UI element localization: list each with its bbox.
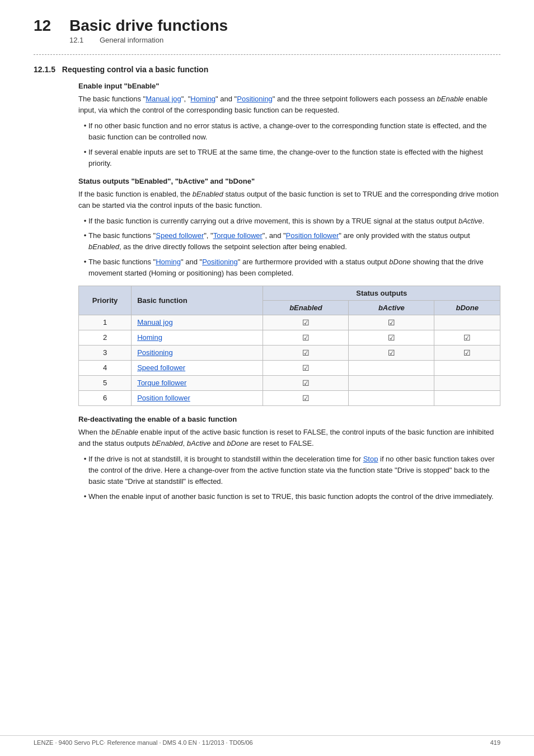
page: 12 Basic drive functions 12.1 General in…: [0, 0, 534, 756]
link-manual-jog[interactable]: Manual jog: [146, 95, 181, 103]
italic-bactive2: bActive: [187, 439, 211, 447]
table-row: 4Speed follower☑: [79, 360, 500, 375]
cell-bactive: ☑: [349, 315, 434, 330]
cell-priority: 6: [79, 390, 132, 405]
col-header-priority: Priority: [79, 286, 132, 315]
subsection3-list: If the drive is not at standstill, it is…: [78, 454, 500, 502]
footer-right: 419: [490, 739, 500, 746]
subsection1-bullet2: If several enable inputs are set to TRUE…: [88, 147, 500, 169]
checkmark-bactive: ☑: [388, 318, 395, 327]
cell-benabled: ☑: [263, 390, 349, 405]
table-row: 6Position follower☑: [79, 390, 500, 405]
col-header-benabled: bEnabled: [263, 300, 349, 315]
cell-benabled: ☑: [263, 315, 349, 330]
italic-benabled3: bEnabled: [152, 439, 183, 447]
cell-priority: 5: [79, 375, 132, 390]
sub-chapter-number: 12.1: [69, 36, 86, 44]
checkmark-bdone: ☑: [463, 348, 471, 357]
subsection2-bullet1: If the basic function is currently carry…: [88, 216, 500, 227]
cell-bdone: [434, 390, 500, 405]
cell-benabled: ☑: [263, 360, 349, 375]
link-positioning-2[interactable]: Positioning: [202, 258, 238, 266]
cell-function: Manual jog: [132, 315, 263, 330]
cell-bactive: [349, 375, 434, 390]
link-homing-2[interactable]: Homing: [156, 258, 181, 266]
cell-bdone: [434, 375, 500, 390]
footer-left: LENZE · 9400 Servo PLC· Reference manual…: [34, 739, 253, 746]
section-number: 12.1.5: [34, 65, 55, 74]
italic-bdone: bDone: [389, 258, 410, 266]
table-row: 1Manual jog☑☑: [79, 315, 500, 330]
link-homing-1[interactable]: Homing: [190, 95, 216, 103]
cell-bdone: ☑: [434, 345, 500, 360]
chapter-number: 12: [34, 17, 56, 35]
link-positioning-1[interactable]: Positioning: [237, 95, 273, 103]
cell-bactive: [349, 360, 434, 375]
subsection3-paragraph: When the bEnable enable input of the act…: [78, 427, 500, 449]
link-function-position-follower[interactable]: Position follower: [137, 394, 190, 402]
main-content: Enable input "bEnable" The basic functio…: [78, 82, 500, 502]
cell-bdone: ☑: [434, 330, 500, 345]
table-header-row1: Priority Basic function Status outputs: [79, 286, 500, 300]
italic-bdone2: bDone: [227, 439, 248, 447]
link-function-manual-jog[interactable]: Manual jog: [137, 318, 173, 326]
cell-priority: 3: [79, 345, 132, 360]
checkmark-benabled: ☑: [302, 394, 310, 403]
col-header-status: Status outputs: [263, 286, 500, 300]
section-heading: 12.1.5 Requesting control via a basic fu…: [34, 65, 208, 74]
cell-bactive: [349, 390, 434, 405]
subsection1-bullet1: If no other basic function and no error …: [88, 120, 500, 143]
header-section: 12 Basic drive functions 12.1 General in…: [34, 17, 500, 44]
italic-benable2: bEnable: [111, 428, 138, 436]
cell-function: Positioning: [132, 345, 263, 360]
cell-function: Torque follower: [132, 375, 263, 390]
subsection2-bullet2: The basic functions "Speed follower", "T…: [88, 230, 500, 253]
cell-function: Speed follower: [132, 360, 263, 375]
table-row: 3Positioning☑☑☑: [79, 345, 500, 360]
link-speed-follower-text[interactable]: Speed follower: [156, 231, 204, 240]
section-title: Requesting control via a basic function: [62, 65, 208, 74]
link-function-homing[interactable]: Homing: [137, 333, 162, 342]
chapter-title: 12 Basic drive functions: [34, 17, 500, 35]
subsection2-bullet3: The basic functions "Homing" and "Positi…: [88, 256, 500, 279]
subsection1-list: If no other basic function and no error …: [78, 120, 500, 169]
chapter-name: Basic drive functions: [69, 17, 228, 35]
link-position-follower-text[interactable]: Position follower: [286, 231, 339, 240]
italic-benable: bEnable: [437, 95, 464, 103]
cell-priority: 1: [79, 315, 132, 330]
table-row: 2Homing☑☑☑: [79, 330, 500, 345]
table-row: 5Torque follower☑: [79, 375, 500, 390]
table-body: 1Manual jog☑☑2Homing☑☑☑3Positioning☑☑☑4S…: [79, 315, 500, 405]
link-stop[interactable]: Stop: [363, 455, 378, 463]
status-table: Priority Basic function Status outputs b…: [78, 286, 500, 406]
subsection3-heading: Re-deactivating the enable of a basic fu…: [78, 415, 500, 423]
cell-bdone: [434, 360, 500, 375]
cell-benabled: ☑: [263, 330, 349, 345]
cell-function: Position follower: [132, 390, 263, 405]
subsection1-paragraph: The basic functions "Manual jog", "Homin…: [78, 94, 500, 116]
checkmark-bactive: ☑: [388, 348, 395, 357]
sub-chapter: 12.1 General information: [69, 36, 500, 44]
sub-chapter-title: General information: [100, 36, 163, 44]
col-header-basic: Basic function: [132, 286, 263, 315]
section-heading-container: 12.1.5 Requesting control via a basic fu…: [34, 65, 500, 74]
subsection2-paragraph: If the basic function is enabled, the bE…: [78, 189, 500, 211]
checkmark-benabled: ☑: [302, 348, 310, 357]
link-function-speed-follower[interactable]: Speed follower: [137, 363, 185, 372]
subsection2-list: If the basic function is currently carry…: [78, 216, 500, 279]
checkmark-bactive: ☑: [388, 333, 395, 342]
subsection3-bullet2: When the enable input of another basic f…: [88, 491, 500, 502]
link-function-torque-follower[interactable]: Torque follower: [137, 379, 186, 387]
italic-benabled2: bEnabled: [88, 242, 119, 251]
link-torque-follower-text[interactable]: Torque follower: [213, 231, 263, 240]
link-function-positioning[interactable]: Positioning: [137, 348, 173, 357]
subsection1-heading: Enable input "bEnable": [78, 82, 500, 90]
cell-bdone: [434, 315, 500, 330]
cell-bactive: ☑: [349, 345, 434, 360]
checkmark-bdone: ☑: [463, 333, 471, 342]
cell-priority: 2: [79, 330, 132, 345]
subsection2-heading: Status outputs "bEnabled", "bActive" and…: [78, 177, 500, 185]
cell-function: Homing: [132, 330, 263, 345]
cell-bactive: ☑: [349, 330, 434, 345]
checkmark-benabled: ☑: [302, 318, 310, 327]
